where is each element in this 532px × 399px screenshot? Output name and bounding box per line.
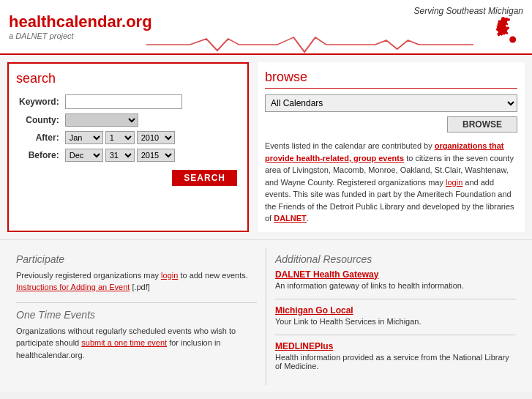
site-subtitle: a DALNET project xyxy=(9,31,152,40)
after-label: After: xyxy=(16,129,62,146)
instructions-suffix: [.pdf] xyxy=(130,283,150,291)
medlineplus-desc: Health information provided as a service… xyxy=(275,353,516,370)
county-label: County: xyxy=(16,111,62,129)
serving-text: Serving Southeast Michigan xyxy=(414,6,523,16)
resource-divider-2 xyxy=(275,335,516,335)
michigan-map-icon xyxy=(487,16,523,45)
keyword-label: Keyword: xyxy=(16,92,62,111)
resource-item-dalnet: DALNET Health Gateway An information gat… xyxy=(275,269,516,290)
before-row: Before: JanFebMarApr MayJunJulAug SepOct… xyxy=(16,146,240,164)
calendar-select[interactable]: All Calendars xyxy=(265,94,517,112)
browse-description: Events listed in the calendar are contri… xyxy=(265,140,517,225)
before-month-select[interactable]: JanFebMarApr MayJunJulAug SepOctNovDec xyxy=(65,149,103,162)
county-select[interactable]: Livingston Macomb Monroe Oakland St.Clai… xyxy=(65,113,138,127)
search-form: Keyword: County: Livingston Macomb Monro… xyxy=(16,92,240,186)
browse-button[interactable]: BROWSE xyxy=(447,116,517,133)
county-row: County: Livingston Macomb Monroe Oakland… xyxy=(16,111,240,129)
michigan-golocal-link[interactable]: Michigan Go Local xyxy=(275,305,516,316)
browse-desc-period: . xyxy=(307,214,309,223)
before-day-select[interactable]: 12345 678910 1112131415 1617181920 21222… xyxy=(105,149,135,162)
login-link-browse[interactable]: login xyxy=(446,178,462,187)
dalnet-gateway-link[interactable]: DALNET Health Gateway xyxy=(275,269,516,280)
main-content: search Keyword: County: Livingston Maco xyxy=(0,55,532,239)
site-title: healthcalendar.org xyxy=(9,13,152,31)
browse-panel: browse All Calendars BROWSE Events liste… xyxy=(258,62,525,232)
participate-content: Previously registered organizations may … xyxy=(16,269,257,294)
site-header: healthcalendar.org a DALNET project Serv… xyxy=(0,0,532,55)
browse-title: browse xyxy=(265,70,517,89)
resource-item-medline: MEDLINEPlus Health information provided … xyxy=(275,341,516,370)
participate-text2: to add new events. xyxy=(178,271,247,280)
dalnet-gateway-desc: An information gateway of links to healt… xyxy=(275,281,516,290)
dalnet-link[interactable]: DALNET xyxy=(274,214,307,223)
login-link-participate[interactable]: login xyxy=(161,271,178,280)
resource-item-michigan: Michigan Go Local Your Link to Health Se… xyxy=(275,305,516,326)
michigan-golocal-desc: Your Link to Health Services in Michigan… xyxy=(275,317,516,326)
participate-divider xyxy=(16,302,257,303)
browse-controls: All Calendars BROWSE xyxy=(265,94,517,133)
browse-desc-text1: Events listed in the calendar are contri… xyxy=(265,141,435,150)
search-title: search xyxy=(16,71,240,86)
svg-point-0 xyxy=(509,37,516,43)
bottom-content: Participate Previously registered organi… xyxy=(0,239,532,392)
one-time-event-link[interactable]: submit a one time event xyxy=(81,338,167,347)
additional-resources-title: Additional Resources xyxy=(275,253,516,265)
additional-resources-section: Additional Resources DALNET Health Gatew… xyxy=(266,247,525,385)
participate-text1: Previously registered organizations may xyxy=(16,271,161,280)
participate-section: Participate Previously registered organi… xyxy=(7,247,266,385)
search-panel: search Keyword: County: Livingston Maco xyxy=(7,62,249,232)
participate-title: Participate xyxy=(16,253,257,265)
after-row: After: JanFebMarApr MayJunJulAug SepOctN… xyxy=(16,129,240,146)
before-year-select[interactable]: 20102011201220132014 2015201620172018201… xyxy=(137,149,175,162)
keyword-row: Keyword: xyxy=(16,92,240,111)
resource-divider-1 xyxy=(275,299,516,299)
medlineplus-link[interactable]: MEDLINEPlus xyxy=(275,341,516,351)
header-branding: healthcalendar.org a DALNET project xyxy=(9,13,152,40)
one-time-title: One Time Events xyxy=(16,309,257,321)
instructions-link[interactable]: Instructions for Adding an Event xyxy=(16,283,130,291)
heartbeat-decoration xyxy=(146,36,473,51)
search-button[interactable]: SEARCH xyxy=(172,170,237,186)
before-label: Before: xyxy=(16,146,62,164)
one-time-content: Organizations without regularly schedule… xyxy=(16,325,257,362)
after-day-select[interactable]: 12345 678910 1112131415 1617181920 21222… xyxy=(105,131,135,144)
keyword-input[interactable] xyxy=(65,94,182,109)
after-year-select[interactable]: 20052006200720082009 2010201120122013201… xyxy=(137,131,175,144)
after-month-select[interactable]: JanFebMarApr MayJunJulAug SepOctNovDec xyxy=(65,131,103,144)
